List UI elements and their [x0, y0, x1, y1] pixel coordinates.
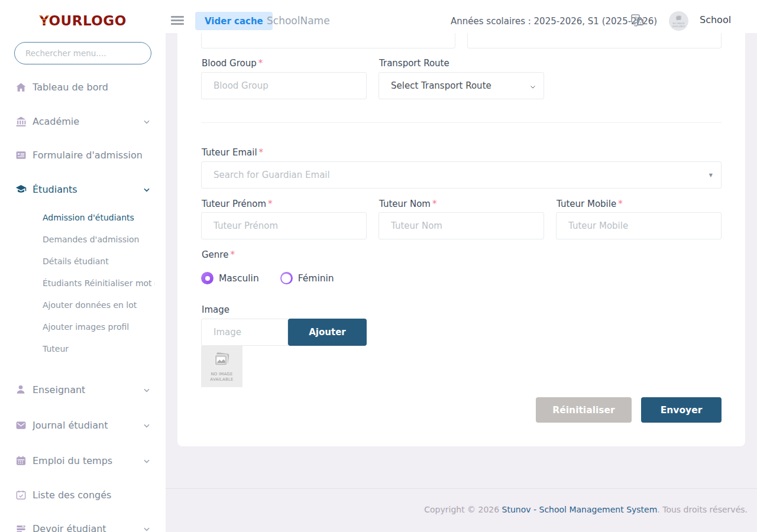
mail-icon [15, 420, 27, 431]
transport-route-selected-value: Select Transport Route [391, 80, 491, 91]
app-logo: YOURLOGO [0, 13, 166, 28]
transport-route-label: Transport Route [379, 58, 449, 69]
chevron-down-icon [143, 524, 151, 532]
sidebar-subitem-demandes-admission[interactable]: Demandes d'admission [0, 232, 166, 246]
guardian-first-name-label: Tuteur Prénom* [202, 199, 273, 209]
chevron-down-icon [143, 385, 151, 394]
no-image-text: NO IMAGEAVAILABLE [210, 372, 233, 382]
sidebar-item-dashboard[interactable]: Tableau de bord [0, 79, 166, 95]
sidebar-subitem-label: Demandes d'admission [43, 235, 155, 244]
sidebar-item-enseignant[interactable]: Enseignant [0, 381, 166, 398]
image-add-button[interactable]: Ajouter [288, 319, 367, 346]
sidebar-item-label: Étudiants [33, 184, 77, 195]
sidebar-search-input[interactable] [14, 42, 151, 64]
transport-route-select[interactable]: Select Transport Route [378, 72, 544, 99]
blood-group-label: Blood Group* [202, 58, 263, 69]
sidebar-item-etudiants[interactable]: Étudiants [0, 181, 166, 197]
guardian-first-name-input[interactable] [201, 212, 367, 239]
gender-option-label[interactable]: Masculin [219, 273, 259, 284]
graduation-cap-icon [15, 184, 27, 195]
avatar-no-image-text: NO IMAGEAVAILABLE [672, 22, 685, 28]
logo-y-glyph: Y [39, 13, 48, 28]
gender-option-label[interactable]: Féminin [298, 273, 334, 284]
sidebar-item-label: Liste des congés [33, 489, 111, 501]
image-input[interactable] [201, 319, 288, 346]
footer-divider [166, 488, 757, 489]
sidebar-subitem-label: Ajouter images profil [43, 322, 155, 332]
sidebar-item-academie[interactable]: Académie [0, 113, 166, 129]
clear-cache-button[interactable]: Vider cache [195, 12, 273, 30]
footer-copyright: Copyright © 2026 Stunov - School Managem… [424, 505, 748, 514]
gender-label: Genre* [202, 249, 235, 260]
no-image-thumbnail: NO IMAGEAVAILABLE [201, 346, 242, 387]
guardian-email-placeholder: Search for Guardian Email [213, 170, 330, 180]
sidebar-item-emploi-du-temps[interactable]: Emploi du temps [0, 452, 166, 469]
partial-input-left[interactable] [201, 33, 455, 48]
partial-input-right[interactable] [467, 33, 722, 48]
sidebar-item-devoir-etudiant[interactable]: Devoir étudiant [0, 520, 166, 532]
footer-brand-link[interactable]: Stunov - School Management System [502, 505, 658, 514]
form-icon [15, 150, 27, 161]
image-label: Image [202, 304, 229, 315]
guardian-email-search-select[interactable]: Search for Guardian Email ▼ [201, 161, 722, 189]
home-icon [15, 82, 27, 93]
calendar-icon [15, 455, 27, 466]
chevron-down-icon [143, 456, 151, 465]
chevron-down-icon [529, 82, 536, 89]
copyright-suffix: . Tous droits réservés. [657, 505, 748, 514]
submit-button[interactable]: Envoyer [641, 397, 722, 423]
reset-button[interactable]: Réinitialiser [536, 397, 632, 423]
user-avatar[interactable]: NO IMAGEAVAILABLE [669, 11, 688, 31]
required-asterisk: * [618, 199, 623, 209]
sidebar-subitem-ajouter-images[interactable]: Ajouter images profil [0, 320, 166, 334]
user-icon [15, 384, 27, 395]
required-asterisk: * [432, 199, 437, 209]
sidebar-subitem-ajouter-donnees[interactable]: Ajouter données en lot [0, 298, 166, 312]
guardian-last-name-input[interactable] [378, 212, 544, 239]
list-icon [15, 523, 27, 532]
sidebar-subitem-label: Étudiants Réinitialiser mot de pa [43, 278, 155, 288]
hamburger-menu-icon[interactable] [171, 16, 184, 27]
sidebar-subitem-details-etudiant[interactable]: Détails étudiant [0, 254, 166, 268]
translate-icon[interactable]: 文 A [630, 14, 645, 28]
sidebar-item-label: Devoir étudiant [33, 523, 106, 532]
academic-year-label: Années scolaires : 2025-2026, S1 (2025-2… [451, 16, 657, 27]
sidebar-subitem-tuteur[interactable]: Tuteur [0, 342, 166, 356]
required-asterisk: * [259, 147, 264, 158]
bank-icon [15, 116, 27, 127]
guardian-last-name-label: Tuteur Nom* [379, 199, 436, 209]
required-asterisk: * [258, 58, 263, 69]
calendar-check-icon [15, 489, 27, 501]
top-header: Vider cache SchoolName Années scolaires … [166, 0, 757, 33]
gender-radio-feminin[interactable] [280, 272, 293, 284]
sidebar-item-admission-form[interactable]: Formulaire d'admission [0, 147, 166, 163]
sidebar-item-label: Tableau de bord [33, 82, 108, 93]
guardian-mobile-input[interactable] [556, 212, 722, 239]
dropdown-arrow-icon: ▼ [709, 173, 713, 178]
sidebar-item-journal-etudiant[interactable]: Journal étudiant [0, 417, 166, 433]
chevron-down-icon [143, 421, 151, 429]
copyright-prefix: Copyright © 2026 [424, 505, 502, 514]
svg-text:A: A [639, 20, 643, 25]
school-name-label: SchoolName [267, 15, 330, 27]
user-name-label[interactable]: School [700, 14, 731, 25]
gender-radio-masculin[interactable] [201, 272, 213, 284]
sidebar-subitem-label: Détails étudiant [43, 257, 155, 266]
logo-text: OURLOGO [49, 13, 127, 28]
sidebar-item-label: Enseignant [33, 384, 85, 395]
sidebar-item-label: Journal étudiant [33, 420, 108, 431]
sidebar: YOURLOGO Tableau de bord Académie Formul… [0, 0, 166, 532]
blood-group-input[interactable] [201, 72, 367, 99]
sidebar-item-liste-conges[interactable]: Liste des congés [0, 486, 166, 503]
gender-radio-group: Masculin Féminin [201, 272, 355, 284]
sidebar-subitem-label: Ajouter données en lot [43, 300, 155, 310]
guardian-email-label: Tuteur Email* [202, 147, 263, 158]
chevron-down-icon [143, 117, 151, 125]
admission-form-card: Blood Group* Transport Route Select Tran… [177, 33, 745, 446]
sidebar-subitem-admission-etudiants[interactable]: Admission d'étudiants [0, 210, 166, 225]
sidebar-item-label: Emploi du temps [33, 455, 112, 466]
sidebar-item-label: Formulaire d'admission [33, 150, 142, 161]
sidebar-subitem-reset-password[interactable]: Étudiants Réinitialiser mot de pa [0, 276, 166, 290]
sidebar-subitem-label: Tuteur [43, 344, 155, 353]
sidebar-item-label: Académie [33, 116, 79, 127]
